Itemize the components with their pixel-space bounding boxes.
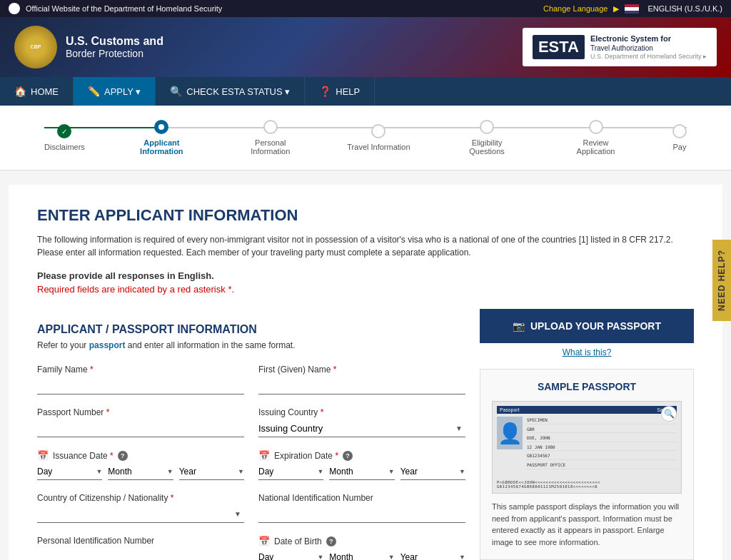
- passport-number-label: Passport Number *: [37, 407, 244, 417]
- step-label-personal: Personal Information: [238, 138, 303, 156]
- passport-country-row: Passport Number * Issuing Country * Issu…: [37, 407, 465, 437]
- expiration-month-select[interactable]: MonthJanuaryFebruary: [329, 464, 388, 479]
- step-circle-travel: [371, 124, 385, 138]
- issuance-date-help-icon[interactable]: ?: [118, 451, 128, 461]
- calendar-issuance-icon: 📅: [37, 450, 49, 461]
- issuance-month-arrow-icon: ▼: [167, 468, 173, 475]
- section-subtitle: Refer to your passport and enter all inf…: [37, 340, 465, 350]
- passport-number-input[interactable]: [37, 420, 244, 437]
- sample-caption: This sample passport displays the inform…: [492, 501, 682, 548]
- personal-id-input[interactable]: [37, 549, 244, 560]
- dob-month-select[interactable]: Month: [329, 549, 388, 560]
- section-title: APPLICANT / PASSPORT INFORMATION: [37, 323, 465, 336]
- dob-year-arrow-icon: ▼: [459, 554, 465, 560]
- nav-bar: 🏠 HOME ✏️ APPLY ▾ 🔍 CHECK ESTA STATUS ▾ …: [0, 77, 731, 106]
- expiration-date-label: Expiration Date *: [274, 451, 338, 461]
- need-help-button[interactable]: NEED HELP?: [712, 239, 731, 320]
- family-name-input[interactable]: [37, 377, 244, 394]
- step-label-review: Review Application: [564, 138, 628, 156]
- step-pay: Pay: [672, 124, 687, 151]
- expiration-month-wrap: MonthJanuaryFebruary ▼: [329, 464, 394, 480]
- national-id-input[interactable]: [258, 506, 465, 523]
- required-note: Required fields are indicated by a red a…: [37, 284, 694, 295]
- dob-day-select[interactable]: Day: [258, 549, 317, 560]
- citizenship-select-wrap: United Kingdom Germany ▼: [37, 506, 244, 523]
- personal-dob-row: Personal Identification Number 📅 Date of…: [37, 536, 465, 560]
- issuing-country-select-wrap: Issuing Country United Kingdom Germany F…: [258, 420, 465, 437]
- dates-row: 📅 Issuance Date * ? Day010203 ▼: [37, 450, 465, 480]
- calendar-expiration-icon: 📅: [258, 450, 270, 461]
- dob-selects: Day ▼ Month ▼ Year ▼: [258, 549, 465, 560]
- issuing-country-group: Issuing Country * Issuing Country United…: [258, 407, 465, 437]
- expiration-day-arrow-icon: ▼: [317, 468, 323, 475]
- top-bar-text: Official Website of the Department of Ho…: [26, 4, 222, 13]
- camera-icon: 📷: [513, 320, 525, 332]
- nav-home[interactable]: 🏠 HOME: [0, 77, 74, 106]
- dob-year-select[interactable]: Year: [400, 549, 459, 560]
- issuance-month-wrap: MonthJanuaryFebruary ▼: [108, 464, 173, 480]
- expiration-date-help-icon[interactable]: ?: [343, 451, 353, 461]
- english-note: Please provide all responses in English.: [37, 270, 694, 281]
- step-circle-personal: [263, 120, 278, 134]
- national-id-label: National Identification Number: [258, 493, 465, 503]
- national-id-group: National Identification Number: [258, 493, 465, 523]
- cbp-line1: U.S. Customs and: [66, 35, 163, 48]
- issuance-date-group: 📅 Issuance Date * ? Day010203 ▼: [37, 450, 244, 480]
- enlarge-passport-button[interactable]: 🔍: [661, 406, 677, 422]
- mrz-zone: P<GBRDOE<<JOHN<<<<<<<<<<<<<<<<<<<<<<<< G…: [497, 480, 677, 489]
- issuance-year-arrow-icon: ▼: [238, 468, 244, 475]
- issuance-year-select[interactable]: Year20202021: [179, 464, 238, 479]
- header-left: CBP U.S. Customs and Border Protection: [14, 26, 163, 68]
- step-applicant: Applicant Information: [129, 120, 193, 156]
- dob-month-arrow-icon: ▼: [388, 554, 395, 560]
- issuance-date-selects: Day010203 ▼ MonthJanuaryFebruary ▼ Year2…: [37, 464, 244, 480]
- first-name-group: First (Given) Name *: [258, 365, 465, 394]
- issuance-month-select[interactable]: MonthJanuaryFebruary: [108, 464, 166, 479]
- expiration-year-select[interactable]: Year20252026: [400, 464, 459, 479]
- first-name-label: First (Given) Name *: [258, 365, 465, 375]
- expiration-month-arrow-icon: ▼: [388, 468, 395, 475]
- page-description: The following information is required of…: [37, 233, 694, 259]
- dob-help-icon[interactable]: ?: [326, 536, 336, 546]
- step-label-eligibility: Eligibility Questions: [455, 138, 519, 156]
- change-language-button[interactable]: Change Language: [543, 4, 608, 13]
- nav-apply[interactable]: ✏️ APPLY ▾: [74, 77, 156, 106]
- question-icon: ❓: [319, 86, 331, 97]
- expiration-date-group: 📅 Expiration Date * ? Day0102 ▼: [258, 450, 465, 480]
- person-silhouette-icon: 👤: [498, 422, 523, 445]
- upload-passport-button[interactable]: 📷 UPLOAD YOUR PASSPORT: [480, 309, 694, 343]
- step-label-travel: Travel Information: [347, 143, 410, 151]
- passport-image[interactable]: Passport Sample 👤 SPECIMEN GBR DOE, JOHN…: [492, 401, 682, 494]
- what-is-this-link[interactable]: What is this?: [480, 347, 694, 357]
- esta-logo: ESTA Electronic System for Travel Author…: [523, 28, 717, 67]
- flag-icon: [625, 4, 639, 14]
- home-icon: 🏠: [14, 86, 26, 97]
- esta-line3: U.S. Department of Homeland Security ▸: [590, 53, 707, 61]
- issuance-day-wrap: Day010203 ▼: [37, 464, 102, 480]
- expiration-year-arrow-icon: ▼: [459, 468, 465, 475]
- expiration-year-wrap: Year20252026 ▼: [400, 464, 465, 480]
- personal-id-label: Personal Identification Number: [37, 536, 244, 546]
- step-personal: Personal Information: [238, 120, 303, 156]
- first-name-input[interactable]: [258, 377, 465, 394]
- issuing-country-label: Issuing Country *: [258, 407, 465, 417]
- step-eligibility: Eligibility Questions: [455, 120, 519, 156]
- expiration-day-wrap: Day0102 ▼: [258, 464, 323, 480]
- issuance-day-select[interactable]: Day010203: [37, 464, 96, 479]
- step-circle-review: [589, 120, 603, 134]
- expiration-day-select[interactable]: Day0102: [258, 464, 317, 479]
- dob-day-arrow-icon: ▼: [317, 554, 323, 560]
- nav-check-status[interactable]: 🔍 CHECK ESTA STATUS ▾: [156, 77, 305, 106]
- language-label: ENGLISH (U.S./U.K.): [647, 4, 722, 13]
- citizenship-label: Country of Citizenship / Nationality *: [37, 493, 244, 503]
- dob-group: 📅 Date of Birth ? Day ▼ Month: [258, 536, 465, 560]
- family-name-group: Family Name *: [37, 365, 244, 394]
- upload-section: 📷 UPLOAD YOUR PASSPORT What is this? SAM…: [480, 309, 694, 560]
- nav-help[interactable]: ❓ HELP: [305, 77, 375, 106]
- step-disclaimers: ✓ Disclaimers: [44, 124, 85, 151]
- issuing-country-select[interactable]: Issuing Country United Kingdom Germany F…: [258, 420, 465, 437]
- citizenship-select[interactable]: United Kingdom Germany: [37, 506, 244, 522]
- dob-month-wrap: Month ▼: [329, 549, 394, 560]
- expiration-date-selects: Day0102 ▼ MonthJanuaryFebruary ▼ Year202…: [258, 464, 465, 480]
- step-circle-applicant: [154, 120, 168, 134]
